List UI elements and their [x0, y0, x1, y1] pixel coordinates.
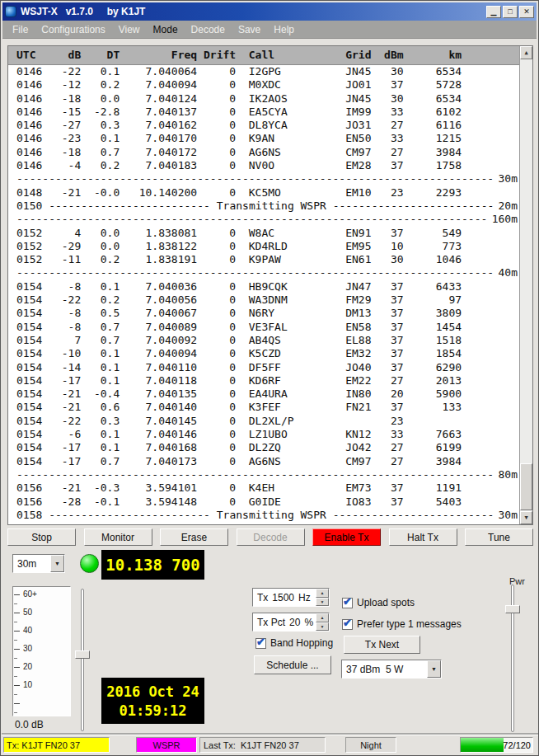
menu-save[interactable]: Save [232, 21, 267, 38]
stop-button[interactable]: Stop [7, 528, 76, 546]
meter-tick [14, 649, 20, 650]
maximize-icon[interactable]: □ [503, 6, 518, 18]
meter-tick [14, 640, 17, 641]
checkbox-label: Upload spots [357, 597, 415, 608]
clock-date: 2016 Oct 24 [106, 683, 199, 700]
minimize-icon[interactable]: ▁ [486, 6, 501, 18]
menu-file[interactable]: File [6, 21, 35, 38]
decode-row: 0152 4 0.0 1.838081 0 W8AC EN91 37 549 [16, 227, 519, 240]
decode-row: 0146 -23 0.1 7.040170 0 K9AN EN50 33 121… [16, 132, 519, 145]
decode-row: 0154 -8 0.5 7.040067 0 N6RY DM13 37 3809 [16, 307, 519, 320]
meter-tick [14, 631, 20, 632]
level-slider-thumb[interactable] [75, 650, 90, 659]
menu-help[interactable]: Help [267, 21, 301, 38]
scrollbar-thumb[interactable] [520, 463, 532, 510]
decode-row: 0146 -4 0.2 7.040183 0 NV0O EM28 37 1758 [16, 159, 519, 172]
clock-display: 2016 Oct 24 01:59:12 [101, 678, 204, 724]
halt-tx-button[interactable]: Halt Tx [389, 528, 457, 546]
meter-scale-label: 30 [23, 644, 32, 653]
status-lamp [80, 554, 99, 573]
chevron-down-icon[interactable]: ▼ [427, 660, 441, 678]
tx-freq-spinner[interactable]: Tx 1500 Hz ▲ ▼ [252, 588, 330, 607]
progress-bar: 72/120 [460, 737, 533, 753]
decode-rows: 0146 -22 0.1 7.040064 0 I2GPG JN45 30 65… [8, 65, 519, 524]
meter-tick [14, 594, 20, 595]
decode-row: 0146 -22 0.1 7.040064 0 I2GPG JN45 30 65… [16, 65, 519, 78]
tx-status-badge: Tx: K1JT FN20 37 [3, 737, 110, 753]
spin-up-icon[interactable]: ▲ [316, 613, 329, 622]
transmit-row: 0150 -----------------------------------… [16, 200, 519, 213]
tx-pct-spinner[interactable]: Tx Pct 20 % ▲ ▼ [252, 613, 330, 632]
prefer-type1-checkbox[interactable]: ✔ Prefer type 1 messages [342, 618, 462, 630]
main-buttons: Stop Monitor Erase Decode Enable Tx Halt… [7, 528, 533, 546]
clock-time: 01:59:12 [120, 702, 187, 719]
meter-scale-label: 10 [23, 680, 32, 689]
wsjtx-window: WSJT-X v1.7.0 by K1JT ▁ □ ✕ FileConfigur… [0, 0, 539, 756]
decode-row: 0154 -21 -0.4 7.040135 0 EA4URA IN80 20 … [16, 387, 519, 401]
menu-configurations[interactable]: Configurations [35, 21, 111, 38]
checkbox-label: Band Hopping [270, 637, 333, 649]
tx-pct-label: Tx Pct [257, 617, 285, 628]
menu-mode[interactable]: Mode [147, 21, 185, 38]
decode-row: 0154 -8 0.1 7.040036 0 HB9CQK JN47 37 64… [16, 280, 519, 293]
tune-button[interactable]: Tune [465, 528, 533, 546]
chevron-down-icon[interactable]: ▼ [50, 555, 64, 572]
power-slider-thumb[interactable] [505, 605, 520, 613]
check-icon: ✔ [256, 636, 265, 648]
decode-row: 0154 -8 0.7 7.040089 0 VE3FAL EN58 37 14… [16, 321, 519, 334]
tx-next-button[interactable]: Tx Next [344, 636, 420, 654]
band-hopping-checkbox[interactable]: ✔ Band Hopping [255, 637, 333, 649]
meter-tick [14, 658, 17, 659]
transmit-row: 0158 -----------------------------------… [16, 509, 519, 522]
decode-row: 0154 -17 0.7 7.040173 0 AG6NS CM97 27 39… [16, 455, 519, 468]
upload-spots-checkbox[interactable]: ✔ Upload spots [342, 597, 415, 608]
tx-power-value: 37 dBm 5 W [342, 660, 427, 678]
decode-row: 0146 -27 0.3 7.040162 0 DL8YCA JO31 27 6… [16, 119, 519, 132]
close-icon[interactable]: ✕ [519, 6, 534, 18]
spin-up-icon[interactable]: ▲ [316, 589, 329, 598]
decode-row: 0154 7 0.7 7.040092 0 AB4QS EL88 37 1518 [16, 334, 519, 347]
frequency-display: 10.138 700 [101, 550, 204, 580]
decode-row: 0146 -18 0.0 7.040124 0 IK2AOS JN45 30 6… [16, 92, 519, 106]
level-slider [75, 587, 90, 733]
meter-tick [14, 622, 17, 622]
meter-tick [14, 712, 17, 713]
meter-tick [14, 694, 17, 695]
schedule-button[interactable]: Schedule ... [254, 655, 331, 674]
decode-row: 0154 -14 0.1 7.040110 0 DF5FF JO40 37 62… [16, 361, 519, 374]
meter-scale-label: 50 [23, 608, 32, 617]
tx-pct-unit: % [304, 617, 313, 628]
decode-row: 0146 -12 0.2 7.040094 0 M0XDC JO01 37 57… [16, 78, 519, 92]
slider-track [81, 589, 84, 731]
decode-row: 0154 -6 0.1 7.040146 0 LZ1UBO KN12 33 76… [16, 428, 519, 441]
progress-fill [461, 738, 504, 752]
erase-button[interactable]: Erase [160, 528, 228, 546]
spin-down-icon[interactable]: ▼ [316, 622, 329, 632]
tx-power-combo[interactable]: 37 dBm 5 W ▼ [341, 660, 442, 679]
meter-scale-label: 40 [23, 626, 32, 635]
band-combo[interactable]: 30m ▼ [12, 554, 65, 573]
signal-meter: 60+5040302010 [12, 586, 71, 716]
monitor-button[interactable]: Monitor [84, 528, 152, 546]
meter-tick [14, 613, 20, 613]
decode-row: 0154 -10 0.1 7.040094 0 K5CZD EM32 37 18… [16, 347, 519, 360]
spin-down-icon[interactable]: ▼ [316, 598, 329, 607]
window-title: WSJT-X v1.7.0 by K1JT [21, 6, 486, 17]
title-bar: WSJT-X v1.7.0 by K1JT ▁ □ ✕ [2, 2, 537, 21]
scroll-down-icon[interactable]: ▼ [520, 511, 532, 524]
status-bar: Tx: K1JT FN20 37 WSPR Last Tx: K1JT FN20… [2, 735, 539, 754]
meter-scale-label: 60+ [23, 589, 37, 599]
menu-view[interactable]: View [112, 21, 147, 38]
scroll-up-icon[interactable]: ▲ [520, 46, 532, 59]
checkbox-box: ✔ [342, 619, 353, 630]
check-icon: ✔ [343, 617, 352, 629]
checkbox-box: ✔ [255, 638, 266, 649]
tx-freq-label: Tx [257, 592, 268, 603]
app-icon [5, 6, 16, 17]
decode-row: 0148 -21 -0.0 10.140200 0 KC5MO EM10 23 … [16, 186, 519, 200]
meter-scale-label: 20 [23, 662, 32, 671]
check-icon: ✔ [343, 595, 352, 608]
menu-decode[interactable]: Decode [185, 21, 232, 38]
decode-button[interactable]: Decode [237, 528, 305, 546]
enable-tx-button[interactable]: Enable Tx [312, 528, 381, 546]
